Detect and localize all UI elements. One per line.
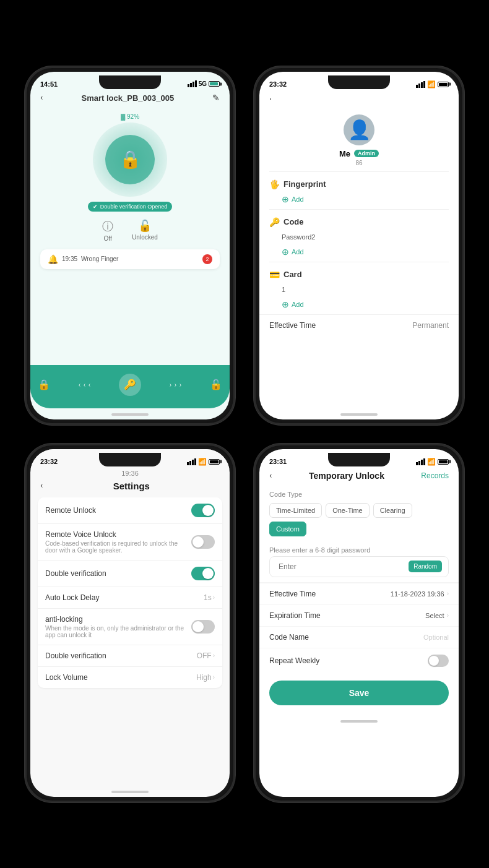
lock-icon: 🔒	[119, 149, 141, 170]
effective-time-row: Effective Time Permanent	[259, 314, 459, 336]
pw-input-row: Random	[269, 556, 449, 577]
chip-clearing[interactable]: Clearing	[373, 503, 412, 518]
card-icon: 💳	[269, 270, 280, 280]
settings-anti-lock: anti-locking When the mode is on, only t…	[38, 609, 222, 645]
repeat-weekly-row: Repeat Weekly	[259, 648, 459, 673]
bottom-lock-icon[interactable]: 🔒	[38, 379, 50, 390]
notch-1	[99, 75, 161, 89]
back-dot-2[interactable]: ·	[269, 93, 272, 104]
add-fingerprint-btn[interactable]: ⊕ Add	[259, 192, 459, 209]
double-verify-2-val: OFF	[197, 651, 212, 660]
chip-one-time[interactable]: One-Time	[326, 503, 370, 518]
records-link[interactable]: Records	[421, 471, 449, 480]
phone3-date-bar: 19:36	[30, 468, 230, 481]
unlock-icon: 🔓	[138, 219, 152, 233]
double-verify-2-arrow: ›	[213, 652, 215, 659]
code-name-row: Code Name Optional	[259, 626, 459, 648]
card-section: 💳 Card	[259, 262, 459, 282]
home-indicator-2	[340, 413, 378, 416]
anti-lock-toggle[interactable]	[191, 620, 215, 634]
save-button[interactable]: Save	[269, 681, 449, 705]
auto-lock-arrow: ›	[213, 594, 215, 601]
remote-voice-toggle[interactable]	[191, 535, 215, 549]
bell-icon: 🔔	[48, 254, 58, 264]
settings-group-1: Remote Unlock Remote Voice Unlock Code-b…	[38, 497, 222, 688]
time-2: 23:32	[269, 80, 287, 88]
lock-volume-label: Lock Volume	[45, 673, 88, 682]
remote-voice-label: Remote Voice Unlock	[45, 530, 186, 539]
auto-lock-val: 1s	[204, 593, 212, 602]
add-code-icon: ⊕	[282, 247, 289, 257]
user-icon: 👤	[348, 119, 371, 140]
wifi-icon-4: 📶	[427, 458, 436, 466]
settings-double-verify-2[interactable]: Double verification OFF ›	[38, 645, 222, 667]
avatar: 👤	[344, 114, 374, 145]
random-btn[interactable]: Random	[409, 561, 442, 572]
chip-time-limited[interactable]: Time-Limited	[269, 503, 322, 518]
settings-remote-unlock[interactable]: Remote Unlock	[38, 497, 222, 524]
double-verify-2-label: Double verification	[45, 651, 106, 660]
anti-lock-label: anti-locking	[45, 615, 186, 624]
signal-bars-2	[416, 81, 425, 88]
pw-input[interactable]	[276, 557, 409, 577]
double-verify-toggle[interactable]	[191, 567, 215, 580]
code-name-optional: Optional	[423, 634, 449, 641]
profile-count: 86	[355, 160, 362, 166]
battery-3	[209, 459, 220, 465]
repeat-weekly-toggle[interactable]	[428, 655, 449, 667]
phone-4: 23:31 📶 ‹ Temporary Unlock Records Code …	[254, 444, 464, 802]
notch-4	[328, 453, 390, 466]
card-item: 1	[259, 282, 459, 297]
double-verify-badge: ✔ Double verification Opened	[88, 202, 173, 212]
time-1: 14:51	[40, 80, 58, 88]
battery-1	[209, 81, 220, 87]
fingerprint-icon: 🖐	[269, 179, 280, 189]
lock-circle[interactable]: 🔒	[93, 122, 167, 197]
settings-remote-voice: Remote Voice Unlock Code-based verificat…	[38, 524, 222, 561]
notch-3	[99, 453, 161, 466]
battery-4	[438, 459, 449, 465]
code-section: 🔑 Code	[259, 210, 459, 230]
code-type-label: Code Type	[259, 486, 459, 501]
control-row: ⓘ Off 🔓 Unlocked	[102, 219, 158, 242]
signal-bars-1	[188, 80, 197, 87]
home-indicator-1	[111, 413, 149, 416]
code-type-row: Time-Limited One-Time Clearing Custom	[259, 501, 459, 541]
expiration-time-row[interactable]: Expiration Time Select ›	[259, 604, 459, 626]
lock-volume-arrow: ›	[213, 674, 215, 681]
lock-inner: 🔒	[105, 135, 155, 184]
home-indicator-4	[340, 720, 378, 723]
settings-lock-volume[interactable]: Lock Volume High ›	[38, 667, 222, 688]
pw-section-label: Please enter a 6-8 digit password	[259, 541, 459, 556]
remote-voice-sublabel: Code-based verification is required to u…	[45, 540, 186, 554]
code-icon: 🔑	[269, 217, 280, 227]
notif-badge: 2	[202, 254, 212, 264]
settings-auto-lock[interactable]: Auto Lock Delay 1s ›	[38, 587, 222, 609]
phone1-header: ‹ Smart lock_PB_003_005 ✎	[30, 90, 230, 108]
off-control[interactable]: ⓘ Off	[102, 219, 113, 242]
signal-bars-4	[416, 458, 425, 465]
add-code-btn[interactable]: ⊕ Add	[259, 244, 459, 262]
phone-1: 14:51 5G ‹ Smart lock_PB_003_005 ✎ ▓ 92%	[25, 66, 235, 425]
add-card-icon: ⊕	[282, 299, 289, 309]
time-4: 23:31	[269, 458, 287, 465]
key-button[interactable]: 🔑	[119, 374, 141, 396]
network-type-1: 5G	[199, 80, 207, 87]
add-fingerprint-icon: ⊕	[282, 194, 289, 204]
effective-time-row-4: Effective Time 11-18-2023 19:36 ›	[259, 583, 459, 604]
edit-button-1[interactable]: ✎	[212, 93, 220, 103]
phone4-title: Temporary Unlock	[272, 471, 422, 481]
remote-unlock-toggle[interactable]	[191, 504, 215, 517]
chip-custom[interactable]: Custom	[269, 522, 306, 536]
bottom-unlock-icon[interactable]: 🔓	[210, 379, 222, 390]
phone4-header: ‹ Temporary Unlock Records	[259, 468, 459, 486]
phone1-bottom: 🔒 ‹‹‹ 🔑 ››› 🔓	[30, 365, 230, 408]
settings-double-verify[interactable]: Double verification	[38, 561, 222, 587]
password-item: Password2	[259, 230, 459, 244]
time-3: 23:32	[40, 458, 58, 465]
home-indicator-3	[111, 791, 149, 793]
admin-badge: Admin	[354, 150, 379, 157]
add-card-btn[interactable]: ⊕ Add	[259, 297, 459, 314]
effective-time-arrow: ›	[447, 590, 449, 597]
unlock-control[interactable]: 🔓 Unlocked	[132, 219, 158, 242]
